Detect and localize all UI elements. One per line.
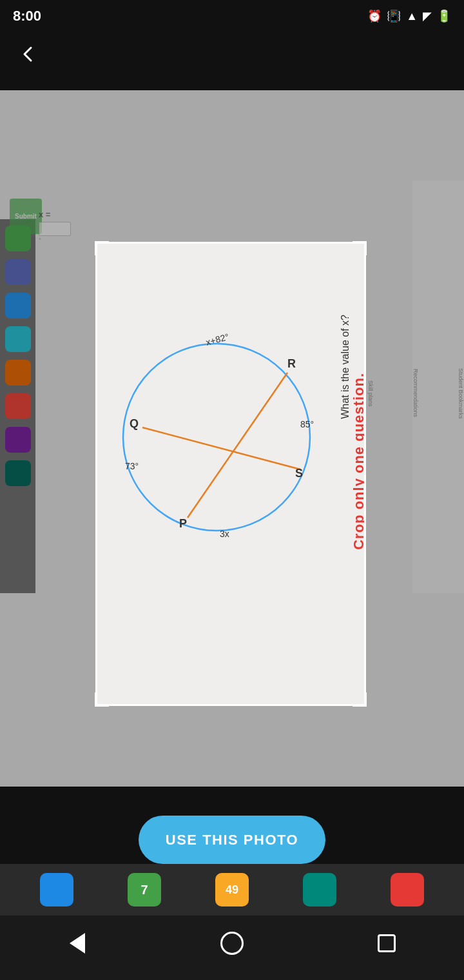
svg-text:S: S [295, 467, 303, 480]
bg-submit-button: Submit [10, 199, 42, 234]
sidebar-skillplans: Skill plans [367, 380, 374, 407]
app-icon-6 [5, 393, 31, 419]
status-icons: ⏰ 📳 ▲ ◤ 🔋 [367, 9, 451, 23]
svg-text:x+82°: x+82° [205, 331, 230, 348]
app-icon-5 [5, 360, 31, 386]
app-icon-3 [5, 293, 31, 318]
svg-text:73°: 73° [125, 461, 139, 471]
nav-back-icon [70, 933, 85, 954]
back-button[interactable] [13, 39, 44, 74]
nav-recents-icon [378, 934, 396, 952]
sidebar-student-bookmarks: Student Bookmarks [458, 368, 464, 419]
nav-home-icon [220, 932, 244, 955]
taskbar-chrome[interactable] [40, 873, 73, 906]
svg-point-0 [123, 344, 310, 531]
app-icon-4 [5, 326, 31, 352]
svg-text:P: P [179, 517, 187, 530]
taskbar-app-3[interactable]: 49 [215, 873, 249, 906]
alarm-icon: ⏰ [367, 9, 382, 23]
use-photo-button[interactable]: USE THIS PHOTO [139, 816, 325, 864]
taskbar-app-4[interactable] [303, 873, 336, 906]
app-icon-2 [5, 259, 31, 285]
photo-content: What is the value of x? Crop only one qu… [97, 244, 364, 704]
bg-app-icons [0, 219, 35, 593]
svg-line-2 [188, 373, 287, 518]
sidebar-recommendations: Recommendations [412, 369, 419, 417]
app-icon-7 [5, 427, 31, 453]
status-bar: 8:00 ⏰ 📳 ▲ ◤ 🔋 [0, 0, 464, 32]
svg-text:85°: 85° [300, 419, 314, 429]
vibrate-icon: 📳 [387, 9, 401, 23]
bg-sidebar: Student Bookmarks Recommendations Skill … [412, 181, 464, 593]
circle-diagram: R Q P S x+82° 85° 3x 73° [107, 328, 326, 547]
svg-line-1 [142, 427, 300, 469]
wifi-icon: ▲ [406, 10, 418, 23]
battery-icon: 🔋 [437, 9, 451, 23]
taskbar-app-5[interactable] [391, 873, 424, 906]
svg-text:3x: 3x [220, 529, 229, 539]
crop-instruction-overlay: Crop only one question. [351, 373, 364, 550]
svg-text:R: R [287, 357, 296, 370]
question-text: What is the value of x? [340, 315, 351, 419]
bg-input-area: x = ° [39, 210, 71, 244]
bg-x-label: x = [39, 210, 71, 219]
status-time: 8:00 [13, 8, 41, 24]
svg-text:Q: Q [130, 417, 139, 430]
nav-back-button[interactable] [58, 924, 97, 963]
signal-icon: ◤ [423, 9, 432, 23]
use-photo-label: USE THIS PHOTO [166, 832, 298, 848]
crop-frame: What is the value of x? Crop only one qu… [95, 242, 366, 706]
taskbar-app-2[interactable]: 7 [128, 873, 161, 906]
nav-recents-button[interactable] [367, 924, 406, 963]
app-icon-8 [5, 460, 31, 486]
nav-home-button[interactable] [213, 924, 251, 963]
nav-bar [0, 916, 464, 980]
taskbar: 7 49 [0, 864, 464, 916]
